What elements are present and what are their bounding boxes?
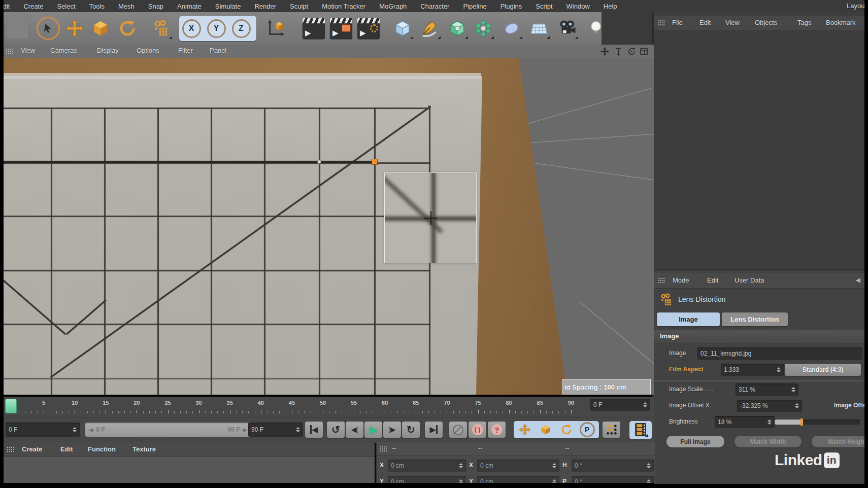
lens-distortion-tool[interactable]	[150, 17, 173, 40]
environment-menu[interactable]	[500, 17, 523, 40]
dolly-view-icon[interactable]	[614, 47, 623, 56]
go-to-start-button[interactable]: ◀	[305, 422, 323, 438]
film-aspect-preset-dropdown[interactable]: Standard (4:3)	[785, 364, 861, 376]
image-scale-field[interactable]: 311 %	[736, 384, 798, 396]
coords-col1-header[interactable]: --	[392, 444, 396, 452]
previous-frame-button[interactable]: ◀(	[346, 422, 363, 438]
keyframe-position-button[interactable]	[516, 422, 533, 438]
vp-menu-display[interactable]: Display	[97, 47, 119, 54]
am-menu-user-data[interactable]: User Data	[735, 276, 764, 284]
stepper-icon[interactable]	[775, 367, 781, 372]
panel-arrow-icon[interactable]: ◀	[856, 276, 860, 284]
brightness-slider-handle[interactable]	[800, 419, 803, 426]
stepper-icon[interactable]	[71, 427, 77, 432]
play-backwards-button[interactable]: ↺	[327, 422, 345, 438]
menu-item-script[interactable]: Script	[536, 3, 552, 10]
panel-grip-icon[interactable]	[7, 446, 14, 452]
go-to-end-button[interactable]: ▶	[425, 422, 443, 438]
coord-x-size-field[interactable]: 0 cm	[477, 460, 559, 472]
panel-grip-icon[interactable]	[6, 48, 13, 54]
camera-menu[interactable]	[556, 17, 579, 40]
menu-item-sculpt[interactable]: Sculpt	[290, 3, 308, 10]
object-list-empty[interactable]	[654, 30, 864, 269]
range-right-arrow-icon[interactable]: ▶	[243, 427, 247, 433]
menu-item-mesh[interactable]: Mesh	[118, 3, 135, 10]
full-image-button[interactable]: Full Image	[666, 436, 724, 447]
am-menu-edit[interactable]: Edit	[707, 276, 718, 284]
menu-item-edit[interactable]: Edit	[4, 3, 10, 10]
menu-item-window[interactable]: Window	[566, 3, 590, 10]
coords-col3-header[interactable]: --	[565, 444, 570, 452]
menu-item-simulate[interactable]: Simulate	[215, 3, 241, 10]
render-settings-button[interactable]: ▶	[357, 17, 380, 40]
menu-item-layout[interactable]: Layout	[847, 2, 864, 10]
y-axis-lock-button[interactable]: Y	[206, 18, 226, 39]
keyframe-parameter-button[interactable]: P	[578, 422, 596, 438]
floor-menu[interactable]	[527, 17, 551, 40]
render-view-button[interactable]: ▶	[302, 17, 325, 40]
vp-menu-panel[interactable]: Panel	[210, 47, 226, 54]
play-forwards-button[interactable]: ↻	[402, 422, 420, 438]
keyframe-record-button[interactable]	[449, 422, 467, 438]
stepper-icon[interactable]	[550, 463, 556, 468]
toggle-view-icon[interactable]	[640, 47, 648, 56]
menu-item-snap[interactable]: Snap	[148, 3, 163, 10]
vp-menu-filter[interactable]: Filter	[178, 47, 193, 54]
coord-p-rot-field[interactable]: 0 °	[572, 476, 654, 483]
mat-menu-function[interactable]: Function	[88, 445, 116, 453]
menu-item-tools[interactable]: Tools	[89, 3, 105, 10]
coord-x-pos-field[interactable]: 0 cm	[388, 460, 466, 472]
menu-item-character[interactable]: Character	[420, 3, 449, 10]
menu-item-help[interactable]: Help	[604, 3, 617, 10]
section-image-header[interactable]: Image	[654, 330, 864, 344]
rotate-tool[interactable]	[116, 17, 139, 40]
brightness-field[interactable]: 18 %	[715, 416, 775, 428]
menu-item-plugins[interactable]: Plugins	[500, 3, 522, 10]
vp-menu-cameras[interactable]: Cameras	[50, 47, 77, 54]
menu-item-create[interactable]: Create	[23, 3, 43, 10]
range-start-field[interactable]: 0 F	[6, 423, 80, 437]
preview-range-slider[interactable]: ◀ 0 F 90 F ▶	[85, 423, 251, 437]
coord-y-pos-field[interactable]: 0 cm	[388, 476, 466, 483]
vp-menu-view[interactable]: View	[21, 47, 35, 54]
film-aspect-field[interactable]: 1.333	[721, 364, 784, 376]
om-menu-bookmark[interactable]: Bookmark	[826, 19, 856, 26]
stepper-icon[interactable]	[550, 479, 556, 483]
keyframe-scale-button[interactable]	[537, 422, 554, 438]
am-menu-mode[interactable]: Mode	[673, 276, 689, 284]
match-width-button[interactable]: Match Width	[735, 436, 802, 447]
z-axis-lock-button[interactable]: Z	[231, 18, 251, 39]
filmstrip-mode-button[interactable]	[631, 422, 649, 438]
magnifier-box[interactable]	[384, 172, 477, 263]
selected-tracked-point[interactable]	[372, 159, 378, 165]
mat-menu-create[interactable]: Create	[22, 445, 42, 453]
stepper-icon[interactable]	[294, 427, 300, 432]
stepper-icon[interactable]	[641, 402, 647, 407]
coord-h-rot-field[interactable]: 0 °	[572, 460, 654, 472]
coordinate-system-toggle[interactable]	[264, 17, 287, 40]
current-frame-field[interactable]: 0 F	[590, 399, 650, 411]
menu-item-motion-tracker[interactable]: Motion Tracker	[322, 3, 365, 10]
om-menu-edit[interactable]: Edit	[699, 19, 711, 26]
stepper-icon[interactable]	[645, 479, 651, 483]
tab-image[interactable]: Image	[657, 312, 720, 326]
stepper-icon[interactable]	[457, 479, 463, 483]
x-axis-lock-button[interactable]: X	[181, 18, 202, 39]
autokeying-button[interactable]: ?	[488, 422, 506, 438]
vp-menu-options[interactable]: Options	[137, 47, 159, 54]
panel-grip-icon[interactable]	[380, 446, 387, 452]
coord-y-size-field[interactable]: 0 cm	[477, 476, 559, 483]
live-selection-tool[interactable]	[37, 17, 60, 40]
play-button[interactable]: ▶	[364, 422, 382, 438]
stepper-icon[interactable]	[457, 463, 463, 468]
scale-tool[interactable]	[89, 17, 112, 40]
deformers-menu[interactable]	[472, 17, 495, 40]
pan-view-icon[interactable]	[600, 47, 609, 56]
render-picture-viewer-button[interactable]: ▶	[329, 17, 353, 40]
match-height-button[interactable]: Match Height	[812, 436, 864, 447]
om-menu-view[interactable]: View	[725, 19, 740, 26]
panel-grip-icon[interactable]	[658, 20, 665, 26]
rotate-view-icon[interactable]	[627, 47, 636, 56]
stepper-icon[interactable]	[645, 463, 651, 468]
om-menu-tags[interactable]: Tags	[797, 19, 811, 26]
